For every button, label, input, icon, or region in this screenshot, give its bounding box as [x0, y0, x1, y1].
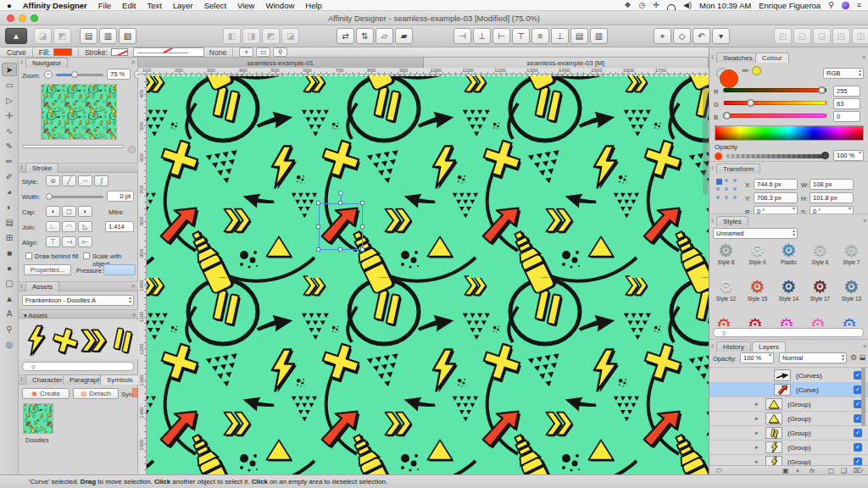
sync-toggle[interactable] [132, 388, 138, 397]
selection-handle[interactable] [338, 247, 342, 252]
dropbox-icon[interactable]: ❖ [625, 1, 632, 9]
width-value-field[interactable]: 0 pt [107, 191, 134, 202]
menu-user[interactable]: Enrique Figueroa [759, 1, 821, 10]
asset-lightning[interactable] [22, 322, 50, 359]
anchor-point-1-1[interactable] [725, 187, 728, 191]
cap-butt-button[interactable]: ◖ [46, 206, 60, 217]
menu-help[interactable]: Help [305, 1, 322, 10]
tab-symbols[interactable]: Symbols [100, 374, 140, 385]
styles-search-input[interactable]: ⚲ [713, 328, 864, 337]
selection-handle[interactable] [316, 247, 320, 252]
tab-stroke[interactable]: Stroke [25, 163, 58, 173]
transform-origin-button[interactable]: ⌖ [654, 28, 671, 44]
canvas-vertical-scrollbar[interactable] [703, 85, 708, 195]
stroke-dash-button[interactable]: ┈ [78, 175, 92, 186]
canvas-viewport[interactable] [147, 75, 709, 474]
text-tool[interactable]: A [2, 307, 17, 320]
layer-visibility-checkbox[interactable]: ✓ [854, 458, 862, 465]
stroke-solid-button[interactable]: ╱ [62, 175, 76, 186]
align-centre-button[interactable]: ⊤ [46, 236, 60, 247]
menu-select[interactable]: Select [204, 1, 226, 10]
align-right-button[interactable]: ⊢ [492, 28, 510, 44]
distribute-v-button[interactable]: ▥ [590, 28, 608, 44]
anchor-point-2-2[interactable] [733, 196, 737, 199]
tab-transform[interactable]: Transform [716, 164, 760, 174]
insert-inside-button[interactable]: ▧ [119, 28, 136, 44]
layer-row[interactable]: ▸(Group)✓ [709, 441, 868, 455]
style-item-partial[interactable]: ⚙ [748, 316, 763, 326]
create-symbol-button[interactable]: ◉Create [22, 388, 70, 399]
new-layer-icon[interactable]: ▢ [828, 467, 835, 474]
align-outside-button[interactable]: ⊢ [78, 236, 92, 247]
assets-group-menu-icon[interactable]: ≡ [132, 312, 136, 318]
volume-icon[interactable]: ◀) [683, 1, 692, 9]
designer-persona-button[interactable]: ▲ [5, 28, 27, 44]
layer-row[interactable]: (Curves)✓ [709, 369, 868, 383]
opacity-slider-track[interactable] [726, 154, 826, 158]
selection-handle[interactable] [360, 225, 364, 229]
layer-thumbnail[interactable] [774, 384, 791, 396]
layers-menu-icon[interactable]: ≡ [863, 343, 866, 349]
ellipse-tool[interactable]: ● [2, 261, 17, 274]
rectangle-tool[interactable]: ■ [2, 246, 17, 259]
notification-center-icon[interactable]: ≡ [857, 1, 861, 9]
anchor-point-1-0[interactable] [716, 187, 720, 191]
selection-handle[interactable] [360, 201, 364, 205]
fill-swatch[interactable] [53, 48, 72, 56]
stroke-width-widget[interactable] [133, 47, 204, 57]
layer-thumbnail[interactable] [765, 441, 782, 453]
stroke-style-value[interactable]: None [209, 48, 226, 57]
channel-thumb-r[interactable] [818, 86, 826, 94]
channel-thumb-g[interactable] [747, 99, 754, 107]
anchor-point-2-1[interactable] [725, 196, 728, 199]
style-item-style-8[interactable]: ⚙Style 8 [711, 241, 741, 265]
flip-horizontal-button[interactable]: ⇄ [337, 28, 354, 44]
styles-menu-icon[interactable]: ≡ [863, 218, 866, 224]
rotate-ccw-button[interactable]: ▱ [376, 28, 393, 44]
move-tool[interactable]: ➤ [2, 63, 17, 76]
navigator-add-view-button[interactable] [128, 146, 136, 153]
doodle-pattern-artwork[interactable] [147, 75, 709, 474]
stroke-none-button[interactable]: ⊘ [46, 175, 60, 186]
colour-model-combo[interactable]: RGB▴▾ [823, 68, 864, 79]
tab-assets[interactable]: Assets [25, 281, 59, 291]
style-item-partial[interactable]: ⚙ [810, 316, 826, 326]
style-item-partial[interactable]: ⚙ [779, 316, 794, 326]
anchor-point-2-0[interactable] [716, 196, 720, 199]
scale-with-object-checkbox[interactable] [83, 252, 90, 259]
style-item-style-7[interactable]: ⚙Style 7 [837, 241, 866, 265]
zoom-slider-track[interactable] [56, 74, 103, 76]
navigator-thumbnail[interactable] [41, 84, 117, 140]
style-item-plastic[interactable]: ⚙Plastic [774, 241, 804, 265]
style-item-style-12[interactable]: ⚙Style 12 [711, 278, 741, 302]
triangle-tool[interactable]: ▲ [2, 291, 17, 305]
align-left-button[interactable]: ⊣ [453, 28, 471, 44]
fill-tool[interactable]: ◕ [2, 185, 17, 198]
distribute-h-button[interactable]: ▤ [570, 28, 588, 44]
asset-chevrons[interactable] [80, 322, 108, 359]
transform-field-y[interactable]: 706.3 px [754, 192, 798, 203]
image-tool[interactable]: ▤ [2, 215, 17, 229]
mask-layer-icon[interactable]: ◐ [796, 467, 800, 474]
layer-expand-arrow[interactable]: ▸ [755, 444, 759, 451]
apple-menu-icon[interactable]: ● [7, 1, 12, 10]
properties-button[interactable]: Properties... [24, 264, 71, 275]
zoom-tool[interactable]: ◎ [2, 337, 17, 351]
style-item-partial[interactable]: ⚙ [716, 316, 732, 326]
layer-row[interactable]: ▸(Group)✓ [709, 426, 868, 441]
join-bevel-button[interactable]: ◺ [78, 221, 92, 232]
insert-behind-button[interactable]: ▤ [80, 28, 97, 44]
zoom-slider-thumb[interactable] [71, 71, 78, 78]
transparency-tool[interactable]: ◐ [2, 200, 17, 214]
siri-icon[interactable] [842, 2, 849, 9]
join-round-button[interactable]: ◠ [62, 221, 76, 232]
rotate-cw-button[interactable]: ▰ [395, 28, 413, 44]
layer-row[interactable]: ▸(Group)✓ [709, 455, 868, 465]
layer-thumbnail[interactable] [765, 398, 782, 410]
menu-edit[interactable]: Edit [122, 1, 136, 10]
insert-on-top-button[interactable]: ▥ [99, 28, 117, 44]
zoom-value-field[interactable]: 75 % [107, 69, 131, 80]
channel-slider-b[interactable] [723, 114, 826, 118]
document-tab-seamless-example-03-m[interactable]: seamless-example-03 [M] [424, 58, 709, 68]
artboard-tool[interactable]: ▭ [2, 78, 17, 92]
